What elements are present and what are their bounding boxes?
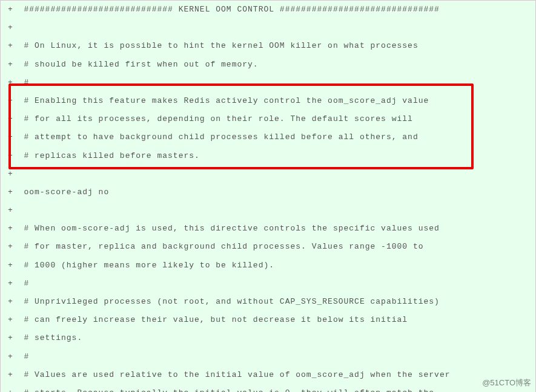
diff-line: + # On Linux, it is possible to hint the… xyxy=(1,37,535,55)
diff-line: + # xyxy=(1,74,535,92)
diff-line: + # Values are used relative to the init… xyxy=(1,366,535,384)
diff-line: + # for all its processes, depending on … xyxy=(1,110,535,128)
diff-line: + # xyxy=(1,348,535,366)
diff-line: + # Enabling this feature makes Redis ac… xyxy=(1,92,535,110)
diff-line: + # settings. xyxy=(1,329,535,347)
diff-line: + xyxy=(1,165,535,183)
diff-line: + # 1000 (higher means more likely to be… xyxy=(1,256,535,275)
diff-code-block: + ############################ KERNEL OO… xyxy=(0,0,536,392)
diff-line: + # attempt to have background child pro… xyxy=(1,128,535,146)
diff-line: + # should be killed first when out of m… xyxy=(1,56,535,74)
diff-line: + oom-score-adj no xyxy=(1,183,535,201)
diff-line: + ############################ KERNEL OO… xyxy=(1,1,535,19)
diff-line: + # Unprivileged processes (not root, an… xyxy=(1,293,535,311)
diff-line: + # xyxy=(1,275,535,293)
diff-line: + # for master, replica and background c… xyxy=(1,238,535,256)
diff-line: + # When oom-score-adj is used, this dir… xyxy=(1,220,535,238)
diff-line: + xyxy=(1,201,535,220)
diff-line: + xyxy=(1,19,535,37)
watermark-text: @51CTO博客 xyxy=(482,377,531,388)
diff-line: + # replicas killed before masters. xyxy=(1,147,535,165)
diff-line: + # starts. Because typically the initia… xyxy=(1,384,535,392)
diff-line: + # can freely increase their value, but… xyxy=(1,311,535,329)
